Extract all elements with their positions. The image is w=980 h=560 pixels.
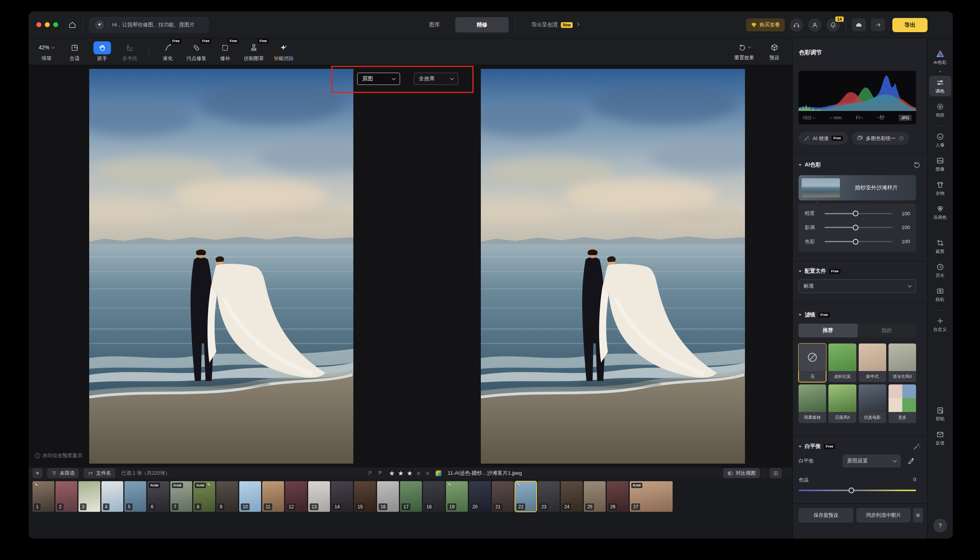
filmstrip-thumb-2[interactable]: 2: [55, 481, 77, 512]
filter-日漫风II[interactable]: 日漫风II: [828, 385, 856, 423]
sort-button[interactable]: 文件名: [84, 468, 115, 478]
filmstrip-thumb-11[interactable]: 11: [262, 481, 284, 512]
tool-heal[interactable]: 污点修复Free: [186, 41, 206, 62]
filter-更多[interactable]: 更多: [888, 385, 916, 423]
tool-liquify[interactable]: 液化Free: [159, 41, 176, 62]
filmstrip-thumb-4[interactable]: 4: [102, 481, 123, 512]
reset-effects-button[interactable]: 重置效果: [734, 42, 754, 61]
split-pane-button[interactable]: [769, 468, 782, 478]
tool-sparkle[interactable]: 智能消除: [274, 41, 294, 62]
tool-guides[interactable]: 参考线: [121, 41, 139, 62]
multi-image-unify-button[interactable]: 多图色彩统一: [852, 132, 909, 145]
sidebar-item-历史[interactable]: 历史: [929, 260, 951, 281]
filter-清冷古风II[interactable]: 清冷古风II: [888, 343, 916, 382]
filmstrip-thumb-25[interactable]: 25: [584, 481, 605, 512]
filmstrip-thumb-18[interactable]: 18: [423, 481, 445, 512]
sidebar-item-人像[interactable]: 人像: [929, 130, 951, 150]
section-profile-header[interactable]: 配置文件 Free: [799, 268, 841, 275]
help-circle-icon[interactable]: [898, 135, 904, 141]
slider-knob[interactable]: [853, 225, 859, 230]
tool-hand[interactable]: 抓手: [94, 41, 111, 62]
buy-plan-button[interactable]: 购买套餐: [746, 18, 785, 32]
flag-reject-icon[interactable]: [378, 470, 384, 476]
cloud-sync-button[interactable]: [852, 18, 866, 32]
support-button[interactable]: [790, 18, 803, 32]
zoom-window-button[interactable]: [53, 22, 58, 27]
filter-button[interactable]: 未筛选: [47, 468, 79, 478]
filter-无[interactable]: 无: [799, 343, 826, 382]
tab-recommended-filters[interactable]: 推荐: [799, 323, 858, 337]
sidebar-item-图像[interactable]: 图像: [929, 154, 951, 175]
filmstrip-thumb-13[interactable]: 13: [308, 481, 330, 512]
profile-dropdown[interactable]: 标准: [799, 279, 916, 293]
auto-wb-wand-icon[interactable]: [913, 442, 921, 451]
sync-settings-button[interactable]: [913, 508, 923, 523]
sidebar-item-后调色[interactable]: 后调色: [929, 202, 951, 223]
star-2[interactable]: ★: [398, 470, 403, 477]
color-label-chip[interactable]: [436, 470, 442, 476]
filmstrip-thumb-24[interactable]: 24: [561, 481, 583, 512]
export-button[interactable]: 导出: [892, 18, 928, 32]
sidebar-item-帮助[interactable]: 帮助: [929, 403, 951, 424]
filmstrip-thumb-19[interactable]: ✎19: [446, 481, 468, 512]
filter-新中式[interactable]: 新中式: [859, 343, 886, 382]
source-view-dropdown[interactable]: 原图: [357, 73, 400, 85]
sidebar-item-衣物[interactable]: 衣物: [929, 178, 951, 198]
star-3[interactable]: ★: [407, 470, 413, 477]
slider-knob[interactable]: [849, 488, 855, 493]
sidebar-item-调色[interactable]: 调色: [929, 76, 951, 97]
filter-仿真电影[interactable]: 仿真电影: [859, 385, 886, 423]
tool-fit[interactable]: 合适: [66, 41, 84, 62]
ai-color-preset-card[interactable]: 婚纱室外沙滩样片: [799, 175, 916, 200]
sidebar-item-反馈[interactable]: 反馈: [929, 428, 951, 448]
star-4[interactable]: ★: [416, 470, 421, 477]
notifications-button[interactable]: 14: [826, 18, 840, 32]
sync-to-selected-button[interactable]: 同步到选中图片: [856, 508, 911, 523]
star-1[interactable]: ★: [389, 470, 395, 477]
slider-track[interactable]: [824, 241, 892, 242]
sidebar-item-自定义[interactable]: 自定义: [929, 314, 951, 335]
section-reset-icon[interactable]: [913, 161, 921, 169]
tab-my-filters[interactable]: 我的: [858, 323, 916, 337]
filmstrip-thumb-8[interactable]: RAW✎8: [193, 481, 215, 512]
filter-雨雾森林[interactable]: 雨雾森林: [799, 385, 826, 423]
sidebar-item-联机[interactable]: 联机: [929, 284, 951, 305]
eyedropper-icon[interactable]: [907, 457, 915, 465]
account-button[interactable]: [808, 18, 821, 32]
sidebar-item-AI色彩[interactable]: AI色彩: [929, 47, 951, 68]
filmstrip-thumb-27[interactable]: RAW27: [630, 481, 672, 512]
zoom-control[interactable]: 42% 缩放: [38, 42, 54, 62]
temperature-slider[interactable]: [799, 490, 916, 491]
effects-view-dropdown[interactable]: 全效果: [414, 73, 458, 85]
tab-export-creative[interactable]: 导出至创意 New: [522, 17, 589, 33]
filmstrip-thumb-9[interactable]: 9: [216, 481, 238, 512]
filmstrip-thumb-10[interactable]: 10: [239, 481, 261, 512]
slider-knob[interactable]: [853, 211, 859, 217]
compare-view-button[interactable]: 对比视图: [723, 468, 760, 478]
ai-assistant-search[interactable]: Hi，让我帮你修图、找功能、搜图片: [89, 17, 209, 33]
white-balance-dropdown[interactable]: 原照设置: [843, 455, 901, 467]
section-ai-color-header[interactable]: AI色彩: [799, 162, 821, 168]
section-white-balance-header[interactable]: 白平衡 Free: [799, 443, 835, 450]
help-bubble-button[interactable]: [933, 519, 947, 532]
sidebar-item-局部[interactable]: 局部: [929, 100, 951, 120]
slider-track[interactable]: [824, 227, 892, 228]
filmstrip-thumb-23[interactable]: 23: [538, 481, 560, 512]
section-filter-header[interactable]: 滤镜 Free: [799, 312, 830, 318]
filmstrip-thumb-20[interactable]: 20: [469, 481, 491, 512]
filmstrip-thumb-14[interactable]: 14: [331, 481, 353, 512]
photo-after[interactable]: [481, 69, 745, 463]
filmstrip-thumb-15[interactable]: 15: [354, 481, 376, 512]
filmstrip-thumb-16[interactable]: 16: [377, 481, 399, 512]
filmstrip-thumb-7[interactable]: RAW7: [171, 481, 192, 512]
filmstrip-thumb-22[interactable]: ✎22: [515, 481, 537, 512]
star-5[interactable]: ★: [425, 470, 430, 477]
filmstrip-thumb-1[interactable]: ✎1: [33, 481, 54, 512]
photo-canvas[interactable]: 原图 全效果 i 水印仅在预览显示: [29, 65, 793, 467]
tool-patch[interactable]: 修补Free: [216, 41, 234, 62]
sidebar-item-裁剪[interactable]: 裁剪: [929, 236, 951, 257]
filmstrip-thumb-5[interactable]: 5: [124, 481, 146, 512]
tab-gallery[interactable]: 图库: [419, 17, 450, 33]
tool-stamp[interactable]: 仿制图章Free: [244, 41, 264, 62]
filmstrip-thumb-21[interactable]: 21: [492, 481, 514, 512]
